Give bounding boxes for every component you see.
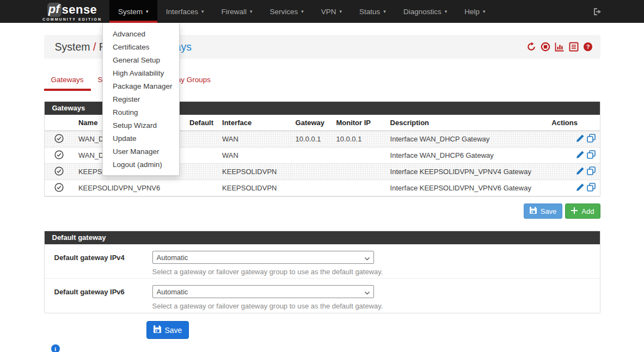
gateway-address: 10.0.0.1: [291, 131, 332, 147]
pfsense-logo[interactable]: pfsense COMMUNITY EDITION: [42, 0, 102, 23]
menu-item-certificates[interactable]: Certificates: [103, 40, 179, 53]
col-description: Description: [386, 115, 548, 131]
edit-pencil-icon[interactable]: [576, 183, 584, 192]
gateway-description: Interface WAN_DHCP6 Gateway: [386, 147, 548, 164]
default-gateway-ipv4-select[interactable]: Automatic: [152, 251, 374, 264]
logo-sense-text: sense: [62, 3, 97, 16]
gateway-description: Interface KEEPSOLIDVPN_VPNV4 Gateway: [386, 164, 548, 180]
caret-down-icon: ▾: [383, 9, 386, 14]
table-row: KEEPSOLIDVPN_VPNV6 KEEPSOLIDVPN Interfac…: [45, 180, 600, 196]
system-dropdown-menu: Advanced Certificates General Setup High…: [102, 23, 180, 176]
gateway-interface: WAN: [218, 131, 291, 147]
menu-item-advanced[interactable]: Advanced: [103, 27, 179, 40]
menu-firewall[interactable]: Firewall▾: [212, 0, 261, 23]
save-button[interactable]: Save: [524, 203, 563, 219]
check-circle-icon: [54, 169, 64, 177]
menu-item-general-setup[interactable]: General Setup: [103, 53, 179, 66]
add-button[interactable]: Add: [565, 203, 600, 219]
col-gateway: Gateway: [291, 115, 332, 131]
gateway-address: [291, 147, 332, 164]
col-default: Default: [185, 115, 218, 131]
gateway-address: [291, 180, 332, 196]
edit-pencil-icon[interactable]: [576, 134, 584, 143]
caret-down-icon: ▾: [445, 9, 447, 14]
gateway-monitor-ip: [332, 147, 385, 164]
menu-item-high-availability[interactable]: High Availability: [103, 66, 179, 79]
edit-pencil-icon[interactable]: [576, 167, 584, 175]
col-monitor-ip: Monitor IP: [332, 115, 385, 131]
menu-services[interactable]: Services▾: [261, 0, 312, 23]
default-gateway-ipv4-help: Select a gateway or failover gateway gro…: [152, 268, 383, 276]
logo-subtitle: COMMUNITY EDITION: [42, 17, 102, 21]
gateway-name: KEEPSOLIDVPN_VPNV6: [74, 180, 185, 196]
copy-icon[interactable]: [587, 183, 596, 192]
logo-pf-badge: pf: [47, 3, 62, 17]
copy-icon[interactable]: [587, 166, 596, 175]
refresh-icon[interactable]: [526, 42, 536, 52]
menu-help[interactable]: Help▾: [456, 0, 494, 23]
gateway-monitor-ip: [332, 180, 385, 196]
default-gateway-ipv6-label: Default gateway IPv6: [54, 285, 143, 313]
gateway-monitor-ip: [332, 164, 385, 180]
default-gateway-ipv4-label: Default gateway IPv4: [54, 251, 143, 278]
top-navbar: pfsense COMMUNITY EDITION System▾ Interf…: [0, 0, 644, 23]
caret-down-icon: ▾: [301, 9, 304, 14]
check-circle-icon: [54, 137, 64, 145]
caret-down-icon: ▾: [483, 9, 486, 14]
gateway-interface: KEEPSOLIDVPN: [218, 164, 291, 180]
svg-text:?: ?: [586, 44, 590, 50]
default-gateway-ipv6-help: Select a gateway or failover gateway gro…: [152, 302, 383, 310]
caret-down-icon: ▾: [250, 9, 253, 14]
gateway-description: Interface KEEPSOLIDVPN_VPNV6 Gateway: [386, 180, 548, 196]
caret-down-icon: ▾: [146, 9, 149, 14]
breadcrumb-system: System: [55, 41, 90, 53]
header-action-icons: ?: [526, 42, 593, 52]
gateway-monitor-ip: 10.0.0.1: [332, 131, 385, 147]
caret-down-icon: ▾: [340, 9, 342, 14]
menu-item-user-manager[interactable]: User Manager: [103, 145, 179, 158]
menu-interfaces[interactable]: Interfaces▾: [157, 0, 213, 23]
copy-icon[interactable]: [587, 150, 596, 159]
gateway-interface: KEEPSOLIDVPN: [218, 180, 291, 196]
gateway-description: Interface WAN_DHCP Gateway: [386, 131, 548, 147]
form-row-ipv6: Default gateway IPv6 Automatic Select a …: [45, 279, 600, 313]
menu-status[interactable]: Status▾: [351, 0, 395, 23]
menu-item-package-manager[interactable]: Package Manager: [103, 79, 179, 92]
menu-item-routing[interactable]: Routing: [103, 106, 179, 119]
log-icon[interactable]: [569, 42, 579, 52]
sign-out-icon[interactable]: [593, 8, 603, 16]
menu-system[interactable]: System▾: [109, 0, 157, 23]
save-floppy-icon: [530, 207, 537, 215]
save-floppy-icon: [154, 325, 161, 335]
copy-icon[interactable]: [587, 134, 596, 143]
help-icon[interactable]: ?: [583, 42, 593, 52]
menu-item-logout[interactable]: Logout (admin): [103, 158, 179, 171]
col-actions: Actions: [547, 115, 599, 131]
edit-pencil-icon[interactable]: [576, 151, 584, 159]
tab-gateways[interactable]: Gateways: [44, 70, 91, 91]
gateway-address: [291, 164, 332, 180]
info-circle-icon[interactable]: i: [51, 344, 60, 352]
main-menu: System▾ Interfaces▾ Firewall▾ Services▾ …: [109, 0, 494, 23]
plus-icon: [571, 207, 578, 215]
menu-item-setup-wizard[interactable]: Setup Wizard: [103, 119, 179, 132]
menu-vpn[interactable]: VPN▾: [312, 0, 351, 23]
save-button-bottom[interactable]: Save: [146, 321, 189, 339]
menu-item-register[interactable]: Register: [103, 92, 179, 106]
stop-icon[interactable]: [541, 42, 550, 52]
caret-down-icon: ▾: [201, 9, 204, 14]
default-gateway-ipv6-select[interactable]: Automatic: [152, 285, 374, 298]
check-circle-icon: [54, 153, 64, 161]
check-circle-icon: [54, 186, 64, 194]
menu-diagnostics[interactable]: Diagnostics▾: [395, 0, 456, 23]
col-interface: Interface: [218, 115, 291, 131]
default-gateway-panel-title: Default gateway: [45, 231, 600, 244]
chart-icon[interactable]: [555, 42, 565, 52]
default-gateway-panel: Default gateway Default gateway IPv4 Aut…: [44, 231, 600, 313]
gateway-interface: WAN: [218, 147, 291, 164]
menu-item-update[interactable]: Update: [103, 132, 179, 145]
form-row-ipv4: Default gateway IPv4 Automatic Select a …: [45, 244, 600, 279]
